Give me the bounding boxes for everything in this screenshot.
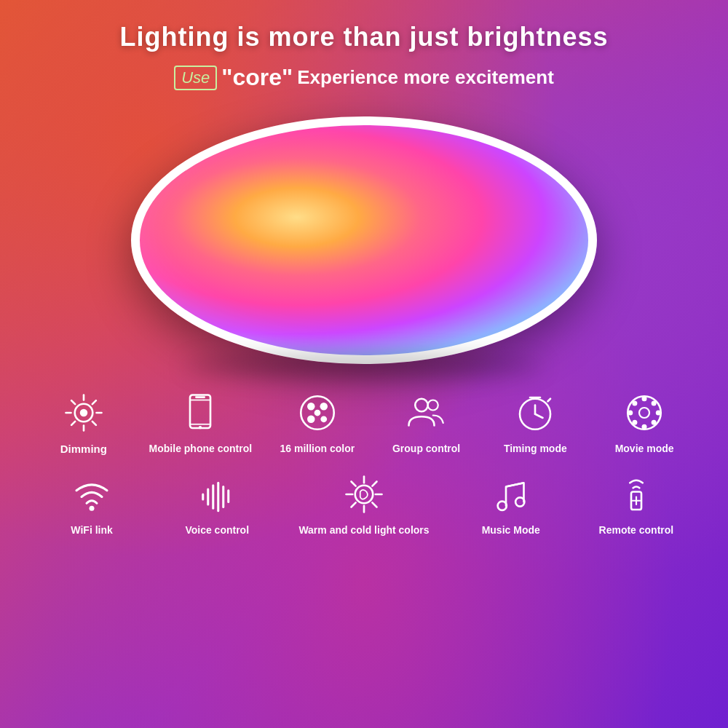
svg-line-54 [506,483,524,486]
lamp-container [116,106,612,375]
svg-point-35 [652,400,657,405]
feature-movie-mode: Movie mode [601,389,688,455]
svg-point-17 [320,403,328,411]
remote-icon [613,471,660,518]
timing-mode-label: Timing mode [504,442,567,455]
voice-icon [194,471,240,518]
mobile-phone-control-label: Mobile phone control [149,442,253,455]
16-million-color-label: 16 million color [280,442,355,455]
feature-remote-control: Remote control [593,471,680,537]
svg-point-34 [632,400,637,405]
feature-warm-cold-light: Warm and cold light colors [298,471,429,537]
palette-icon [294,389,341,436]
svg-line-7 [92,400,96,404]
feature-mobile-phone-control: Mobile phone control [149,389,253,455]
warm-cold-light-label: Warm and cold light colors [298,523,429,537]
main-title: Lighting is more than just brightness [119,22,608,52]
page-wrapper: Lighting is more than just brightness Us… [0,0,728,728]
svg-line-27 [548,399,551,402]
svg-point-45 [355,485,373,503]
svg-point-13 [199,426,202,429]
svg-point-31 [642,424,647,430]
svg-rect-14 [195,396,205,398]
movie-icon [621,389,668,436]
phone-icon [177,389,223,436]
svg-line-50 [351,481,355,486]
svg-line-6 [92,422,96,425]
svg-point-30 [642,396,647,401]
features-row-2: WiFi link Voice control [29,471,699,537]
svg-line-52 [372,481,376,486]
svg-point-22 [427,400,438,411]
feature-group-control: Group control [383,389,470,455]
feature-timing-mode: Timing mode [491,389,579,455]
svg-line-5 [71,400,75,404]
remote-control-label: Remote control [599,523,674,537]
dimming-label: Dimming [60,442,107,456]
svg-point-37 [652,420,657,425]
svg-point-36 [632,420,637,425]
svg-point-16 [307,403,315,411]
features-row-1: Dimming Mobile phone control [29,389,699,456]
music-icon [488,471,534,518]
feature-wifi-link: WiFi link [48,471,135,537]
warm-cold-icon [341,471,387,518]
clock-icon [512,389,558,436]
subtitle-row: Use "core" Experience more excitement [119,64,608,91]
svg-point-18 [307,416,315,424]
feature-voice-control: Voice control [173,471,261,537]
movie-mode-label: Movie mode [615,442,674,455]
dimming-icon [60,389,107,436]
svg-line-25 [535,414,543,418]
lamp-body [131,116,597,364]
svg-point-19 [320,416,327,422]
svg-point-38 [90,505,95,510]
group-icon [403,389,450,436]
svg-point-21 [415,399,428,412]
feature-dimming: Dimming [40,389,127,456]
use-text: Use [174,66,217,90]
features-section: Dimming Mobile phone control [0,375,728,558]
feature-16-million-color: 16 million color [274,389,361,455]
svg-point-32 [628,411,633,416]
core-text: "core" [221,64,293,91]
music-mode-label: Music Mode [482,523,540,537]
svg-point-33 [656,411,661,416]
svg-point-29 [639,408,649,418]
svg-line-51 [372,502,376,507]
voice-control-label: Voice control [185,523,249,537]
excitement-text: Experience more excitement [297,66,554,89]
group-control-label: Group control [392,442,460,455]
svg-point-9 [80,409,88,417]
svg-line-53 [351,502,355,507]
svg-point-20 [314,410,321,416]
wifi-link-label: WiFi link [71,523,112,537]
feature-music-mode: Music Mode [467,471,555,537]
header-section: Lighting is more than just brightness Us… [119,22,608,91]
wifi-icon [68,471,115,518]
svg-line-8 [71,422,75,425]
